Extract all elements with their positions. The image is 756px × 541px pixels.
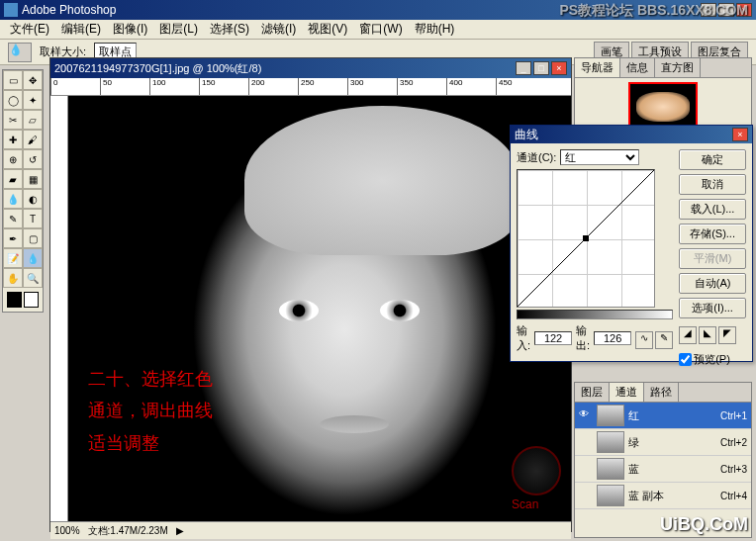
input-label: 输入: [517, 323, 530, 353]
ok-button[interactable]: 确定 [679, 149, 746, 170]
curve-mode-icon[interactable]: ∿ [635, 331, 653, 349]
channel-item-blue[interactable]: 蓝 Ctrl+3 [575, 456, 751, 483]
smooth-button: 平滑(M) [679, 248, 746, 269]
menu-edit[interactable]: 编辑(E) [55, 19, 107, 40]
channel-item-green[interactable]: 绿 Ctrl+2 [575, 429, 751, 456]
file-size: 文档:1.47M/2.23M [88, 524, 168, 538]
tab-paths[interactable]: 路径 [644, 383, 679, 402]
output-label: 输出: [576, 323, 590, 353]
zoom-level[interactable]: 100% [54, 525, 80, 536]
curve-point[interactable] [583, 235, 589, 241]
menu-image[interactable]: 图像(I) [107, 19, 153, 40]
app-title: Adobe Photoshop [22, 3, 116, 17]
ruler-horizontal: 050100150200250300350400450 [50, 78, 571, 96]
black-point-dropper-icon[interactable]: ◢ [679, 326, 697, 344]
menubar: 文件(E) 编辑(E) 图像(I) 图层(L) 选择(S) 滤镜(I) 视图(V… [0, 20, 756, 40]
watermark-bottom: UiBQ.CoM [660, 514, 748, 535]
load-button[interactable]: 载入(L)... [679, 199, 746, 220]
menu-file[interactable]: 文件(E) [4, 19, 55, 40]
heal-tool[interactable]: ✚ [3, 130, 23, 149]
foreground-color[interactable] [7, 292, 22, 308]
menu-filter[interactable]: 滤镜(I) [255, 19, 302, 40]
background-color[interactable] [24, 292, 39, 308]
hand-tool[interactable]: ✋ [3, 268, 23, 288]
channel-thumb [597, 485, 624, 506]
channel-item-blue-copy[interactable]: 蓝 副本 Ctrl+4 [575, 483, 751, 509]
gray-point-dropper-icon[interactable]: ◣ [699, 326, 716, 344]
curves-dialog: 曲线 × 通道(C): 红 输入: 输出: ∿ [510, 125, 753, 362]
marquee-tool[interactable]: ▭ [3, 70, 23, 90]
document-title: 2007621194977370G[1].jpg @ 100%(红/8) [54, 61, 261, 76]
brush-tool[interactable]: 🖌 [23, 130, 43, 149]
tab-info[interactable]: 信息 [620, 58, 655, 77]
menu-select[interactable]: 选择(S) [204, 19, 255, 40]
scan-watermark: Scan [512, 446, 561, 511]
tab-histogram[interactable]: 直方图 [655, 58, 701, 77]
channel-item-red[interactable]: 👁 红 Ctrl+1 [575, 403, 751, 429]
cancel-button[interactable]: 取消 [679, 174, 746, 195]
lasso-tool[interactable]: ◯ [3, 90, 23, 110]
shape-tool[interactable]: ▢ [23, 228, 43, 248]
preview-checkbox[interactable]: 预览(P) [679, 352, 746, 367]
doc-minimize-button[interactable]: _ [516, 61, 531, 75]
stamp-tool[interactable]: ⊕ [3, 149, 23, 169]
path-tool[interactable]: ✎ [3, 209, 23, 228]
channel-thumb [597, 405, 624, 426]
channel-thumb [597, 458, 624, 480]
menu-layer[interactable]: 图层(L) [153, 19, 204, 40]
watermark-top: PS教程论坛 BBS.16XX8.COM [559, 2, 748, 20]
notes-tool[interactable]: 📝 [3, 248, 23, 268]
document-statusbar: 100% 文档:1.47M/2.23M ▶ [50, 521, 571, 539]
wand-tool[interactable]: ✦ [23, 90, 43, 110]
zoom-tool[interactable]: 🔍 [23, 268, 43, 288]
white-point-dropper-icon[interactable]: ◤ [718, 326, 736, 344]
eye-icon[interactable]: 👁 [579, 408, 593, 422]
tab-navigator[interactable]: 导航器 [575, 58, 620, 77]
channel-select[interactable]: 红 [560, 149, 639, 165]
curve-graph[interactable] [517, 169, 655, 308]
input-gradient[interactable] [517, 310, 673, 319]
auto-button[interactable]: 自动(A) [679, 273, 746, 294]
crop-tool[interactable]: ✂ [3, 110, 23, 130]
ruler-vertical [50, 96, 68, 521]
curves-title: 曲线 [515, 127, 538, 143]
doc-close-button[interactable]: × [551, 61, 567, 75]
eye-icon[interactable] [579, 462, 593, 476]
navigator-panel: 导航器 信息 直方图 [574, 57, 752, 129]
toolbox: ▭✥ ◯✦ ✂▱ ✚🖌 ⊕↺ ▰▦ 💧◐ ✎T ✒▢ 📝💧 ✋🔍 [2, 69, 44, 313]
type-tool[interactable]: T [23, 209, 43, 228]
pen-tool[interactable]: ✒ [3, 228, 23, 248]
document-window: 2007621194977370G[1].jpg @ 100%(红/8) _ □… [49, 57, 572, 532]
slice-tool[interactable]: ▱ [23, 110, 43, 130]
blur-tool[interactable]: 💧 [3, 189, 23, 209]
overlay-annotation: 二十、选择红色 通道，调出曲线 适当调整 [88, 363, 213, 459]
save-button[interactable]: 存储(S)... [679, 224, 746, 244]
pencil-mode-icon[interactable]: ✎ [655, 331, 673, 349]
tab-channels[interactable]: 通道 [610, 383, 644, 402]
tab-layers[interactable]: 图层 [575, 383, 610, 402]
app-icon [4, 3, 18, 17]
options-button[interactable]: 选项(I)... [679, 298, 746, 318]
eyedropper-tool-icon[interactable]: 💧 [8, 43, 32, 62]
canvas[interactable]: 二十、选择红色 通道，调出曲线 适当调整 Scan [68, 96, 571, 521]
menu-view[interactable]: 视图(V) [302, 19, 353, 40]
channel-label: 通道(C): [517, 150, 556, 165]
dodge-tool[interactable]: ◐ [23, 189, 43, 209]
output-value[interactable] [594, 331, 631, 345]
eye-icon[interactable] [579, 489, 593, 502]
eye-icon[interactable] [579, 435, 593, 449]
menu-window[interactable]: 窗口(W) [353, 19, 408, 40]
eyedropper-tool[interactable]: 💧 [23, 248, 43, 268]
move-tool[interactable]: ✥ [23, 70, 43, 90]
channel-thumb [597, 431, 624, 453]
input-value[interactable] [534, 331, 572, 345]
menu-help[interactable]: 帮助(H) [409, 19, 461, 40]
channel-list: 👁 红 Ctrl+1 绿 Ctrl+2 蓝 Ctrl+3 蓝 副本 Ctrl+4 [575, 403, 751, 509]
curves-close-button[interactable]: × [732, 128, 748, 141]
eraser-tool[interactable]: ▰ [3, 169, 23, 189]
statusbar-arrow-icon[interactable]: ▶ [176, 525, 184, 536]
history-tool[interactable]: ↺ [23, 149, 43, 169]
doc-maximize-button[interactable]: □ [533, 61, 549, 75]
gradient-tool[interactable]: ▦ [23, 169, 43, 189]
